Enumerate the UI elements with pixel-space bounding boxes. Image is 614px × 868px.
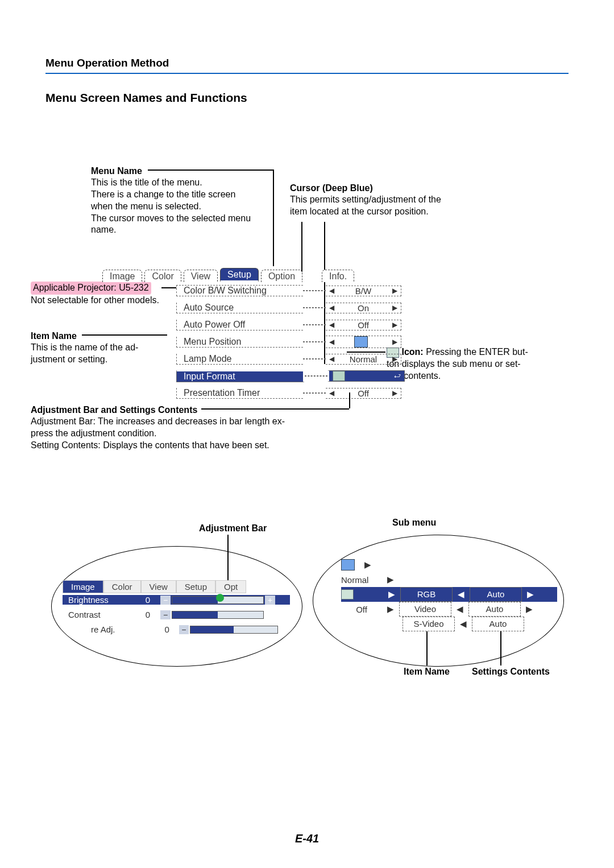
- tab-view[interactable]: View: [184, 270, 218, 282]
- page-title: Menu Screen Names and Functions: [45, 91, 569, 105]
- adj-row[interactable]: Contrast0 −: [63, 610, 290, 619]
- tab-image[interactable]: Image: [102, 270, 142, 282]
- sub-row[interactable]: Off▶ Video◀ Auto▶: [341, 602, 557, 617]
- menu-row[interactable]: Auto Power Off ◀Off▶: [176, 316, 438, 333]
- annot-item-name: Item Name This is the name of the ad- ju…: [31, 330, 179, 366]
- tab-option[interactable]: Option: [261, 270, 302, 282]
- tab2-opt[interactable]: Opt: [215, 580, 246, 593]
- annot-menu-name: Menu Name This is the title of the menu.…: [91, 165, 262, 236]
- tab2-view[interactable]: View: [141, 580, 176, 593]
- menu-row-selected[interactable]: Input Format ⮐: [176, 367, 438, 385]
- left-arrow-icon[interactable]: ◀: [329, 287, 334, 295]
- plus-icon[interactable]: +: [265, 596, 275, 605]
- adj-row-selected[interactable]: Brightness0 − +: [63, 595, 290, 605]
- page-number: E-41: [0, 832, 614, 845]
- tab-info[interactable]: Info.: [322, 270, 354, 282]
- annot-adjbar: Adjustment Bar and Settings Contents Adj…: [31, 404, 383, 452]
- minus-icon[interactable]: −: [160, 596, 171, 605]
- tab2-image[interactable]: Image: [63, 580, 103, 593]
- tab-setup[interactable]: Setup: [220, 268, 259, 282]
- sub-row[interactable]: S-Video◀ Auto: [403, 617, 524, 631]
- tab2-color[interactable]: Color: [103, 580, 141, 593]
- section-header: Menu Operation Method: [45, 57, 569, 69]
- tab2-setup[interactable]: Setup: [176, 580, 215, 593]
- position-icon: [354, 336, 368, 348]
- sub-row-selected[interactable]: ▶ RGB◀ Auto▶: [341, 587, 557, 602]
- fig-adjustment-bar: Adjustment Bar Image Color View Setup Op…: [45, 535, 307, 683]
- header-rule: [45, 73, 569, 74]
- menu-row[interactable]: Menu Position ◀▶: [176, 333, 438, 350]
- annot-cursor: Cursor (Deep Blue) This permits setting/…: [290, 182, 478, 218]
- menu-row[interactable]: Lamp Mode ◀Normal▶: [176, 350, 438, 367]
- menu-row[interactable]: Color B/W Switching ◀B/W▶: [176, 282, 438, 299]
- tab-color[interactable]: Color: [144, 270, 181, 282]
- main-diagram: Menu Name This is the title of the menu.…: [45, 165, 569, 404]
- menu-row[interactable]: Presentation Timer ◀Off▶: [176, 385, 438, 402]
- menu-body: Color B/W Switching ◀B/W▶ Auto Source ◀O…: [176, 282, 438, 402]
- annot-applicable: Applicable Projector: U5-232 Not selecta…: [31, 282, 190, 307]
- fig-submenu: Sub menu ▶ Normal▶ ▶ RGB◀ Auto▶ Off▶ Vid…: [330, 535, 569, 694]
- menu-row[interactable]: Auto Source ◀On▶: [176, 299, 438, 316]
- adj-row[interactable]: re Adj.0 −: [63, 625, 290, 634]
- menu-tabs: Image Color View Setup Option Info.: [102, 267, 356, 282]
- right-arrow-icon[interactable]: ▶: [392, 287, 397, 295]
- pos-icon: [341, 559, 355, 571]
